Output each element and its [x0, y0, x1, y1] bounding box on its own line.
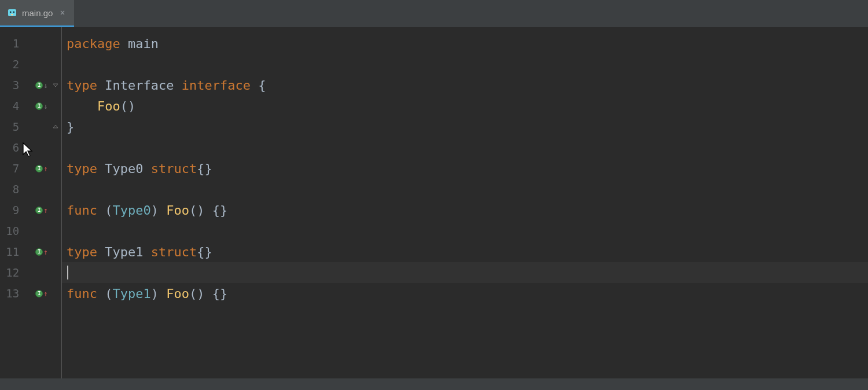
code-token: type [67, 161, 105, 176]
gutter-icons: ↓ [19, 81, 52, 90]
code-token: ) [151, 203, 167, 218]
gutter-row: 2 [0, 54, 61, 75]
gutter-row: 4↓ [0, 95, 61, 116]
code-token: () [120, 99, 136, 113]
code-line[interactable]: package main [67, 33, 868, 54]
code-line[interactable]: Foo() [67, 95, 868, 116]
code-token: Foo [166, 286, 189, 301]
code-token [67, 99, 97, 113]
code-line[interactable]: type Type1 struct{} [67, 241, 868, 262]
arrow-up-icon[interactable]: ↑ [43, 289, 48, 298]
svg-point-1 [10, 12, 12, 13]
arrow-down-icon[interactable]: ↓ [43, 102, 48, 111]
code-token: ( [105, 286, 112, 301]
editor-tab[interactable]: main.go × [0, 0, 74, 27]
line-number: 1 [0, 37, 19, 50]
implemented-by-marker-icon[interactable] [35, 207, 43, 214]
code-token: type [67, 78, 105, 93]
code-token: Interface [105, 78, 181, 93]
line-number: 9 [0, 204, 19, 216]
gutter-icons: ↑ [19, 289, 52, 298]
code-token: { [251, 78, 266, 93]
code-token: () {} [189, 203, 227, 218]
code-token: {} [197, 245, 212, 259]
code-token: Type1 [105, 245, 150, 259]
code-token: Foo [97, 99, 120, 113]
line-number: 2 [0, 58, 19, 71]
code-line[interactable]: func (Type0) Foo() {} [67, 200, 868, 220]
gutter-row: 12 [0, 262, 61, 283]
line-number: 13 [0, 287, 19, 300]
gutter-row: 13↑ [0, 283, 61, 304]
tab-filename: main.go [22, 8, 53, 18]
code-token: Foo [166, 203, 189, 218]
code-token: } [67, 120, 74, 134]
tab-bar: main.go × [0, 0, 868, 27]
arrow-down-icon[interactable]: ↓ [43, 81, 48, 90]
code-token: ) [151, 286, 167, 301]
code-line[interactable] [67, 54, 868, 75]
code-line[interactable]: type Interface interface { [67, 75, 868, 95]
gutter-row: 11↑ [0, 241, 61, 262]
code-area[interactable]: package maintype Interface interface { F… [62, 27, 868, 378]
code-line[interactable] [67, 179, 868, 200]
svg-point-3 [11, 14, 13, 15]
code-token: interface [182, 78, 251, 93]
code-token: Type0 [112, 203, 150, 218]
code-token: () {} [189, 286, 227, 301]
code-token: {} [197, 161, 212, 176]
close-icon[interactable]: × [57, 6, 67, 19]
code-token: main [128, 36, 159, 51]
code-token: struct [151, 245, 197, 259]
gutter-row: 9↑ [0, 200, 61, 220]
gutter-icons: ↓ [19, 102, 52, 111]
code-token: func [67, 203, 105, 218]
line-number: 6 [0, 141, 19, 154]
go-file-icon [7, 8, 17, 18]
gutter-icons: ↑ [19, 164, 52, 173]
gutter-row: 7↑ [0, 158, 61, 179]
code-token: struct [151, 161, 197, 176]
code-line[interactable]: type Type0 struct{} [67, 158, 868, 179]
implemented-by-marker-icon[interactable] [35, 290, 43, 297]
fold-end-icon[interactable] [52, 124, 59, 130]
code-line[interactable] [67, 137, 868, 158]
code-token: type [67, 245, 105, 259]
code-line[interactable]: } [67, 116, 868, 137]
arrow-up-icon[interactable]: ↑ [43, 248, 48, 256]
text-caret [67, 266, 68, 279]
gutter-row: 5 [0, 116, 61, 137]
gutter-row: 1 [0, 33, 61, 54]
implements-marker-icon[interactable] [35, 82, 43, 89]
implemented-by-marker-icon[interactable] [35, 248, 43, 256]
line-number: 3 [0, 79, 19, 91]
fold-start-icon[interactable] [52, 82, 59, 88]
gutter-row: 10 [0, 220, 61, 241]
code-token: func [67, 286, 105, 301]
gutter-row: 6 [0, 137, 61, 158]
code-token: package [67, 36, 128, 51]
code-token: ( [105, 203, 112, 218]
gutter-icons: ↑ [19, 206, 52, 215]
code-token: Type0 [105, 161, 150, 176]
gutter: 123↓4↓567↑89↑1011↑1213↑ [0, 27, 62, 378]
gutter-row: 3↓ [0, 75, 61, 95]
line-number: 4 [0, 100, 19, 112]
gutter-icons: ↑ [19, 248, 52, 256]
arrow-up-icon[interactable]: ↑ [43, 206, 48, 215]
line-number: 10 [0, 225, 19, 237]
implements-marker-icon[interactable] [35, 102, 43, 110]
line-number: 7 [0, 162, 19, 175]
line-number: 12 [0, 266, 19, 279]
arrow-up-icon[interactable]: ↑ [43, 164, 48, 173]
svg-point-2 [13, 12, 14, 13]
code-line[interactable] [67, 220, 868, 241]
line-number: 5 [0, 120, 19, 133]
code-token: Type1 [112, 286, 150, 301]
line-number: 8 [0, 183, 19, 196]
code-line[interactable]: func (Type1) Foo() {} [67, 283, 868, 304]
implemented-by-marker-icon[interactable] [35, 165, 43, 172]
current-line-highlight [62, 262, 868, 283]
status-bar [0, 378, 868, 390]
line-number: 11 [0, 245, 19, 258]
